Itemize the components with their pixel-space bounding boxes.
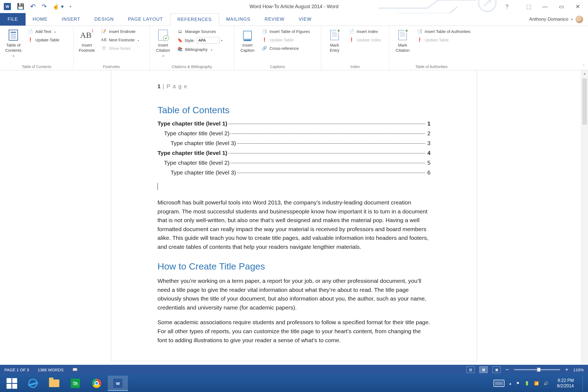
toc-entry: Type chapter title (level 1)1	[158, 120, 431, 127]
bibliography-button[interactable]: 📚Bibliography	[176, 46, 223, 53]
ribbon-display-icon[interactable]: ⬚	[522, 3, 535, 10]
avatar	[575, 16, 583, 23]
cross-reference-button[interactable]: 🔗Cross-reference	[260, 45, 311, 51]
group-label: Table of Authorities	[392, 64, 471, 70]
system-tray: ▴ ⚑ 🔋 📶 🔊 8:22 PM 8/2/2014	[494, 376, 587, 391]
zoom-level[interactable]: 110%	[573, 367, 584, 372]
undo-icon[interactable]: ↶	[30, 3, 36, 10]
collapse-ribbon-icon[interactable]: ˄	[583, 64, 585, 68]
insert-caption-label: Insert Caption	[240, 43, 255, 53]
zoom-slider[interactable]	[514, 369, 560, 370]
group-label: Captions	[237, 64, 318, 70]
tab-page-layout[interactable]: PAGE LAYOUT	[121, 13, 170, 26]
windows-logo-icon	[7, 378, 17, 389]
citation-style-field[interactable]: 🔖 Style: ▾	[176, 36, 223, 44]
minimize-icon[interactable]: —	[538, 4, 552, 10]
mark-citation-icon: +	[398, 30, 407, 40]
vertical-scrollbar[interactable]: ▲ ▼	[581, 70, 588, 378]
next-footnote-icon: AB	[101, 37, 107, 42]
word-count[interactable]: 1386 WORDS	[38, 367, 64, 372]
citation-icon	[158, 30, 168, 41]
taskbar-store[interactable]: 🛍	[65, 376, 85, 391]
tab-design[interactable]: DESIGN	[87, 13, 121, 26]
insert-caption-button[interactable]: Insert Caption	[237, 27, 258, 54]
idx-update-button: ❗Update Index	[347, 36, 382, 43]
zoom-in-icon[interactable]: +	[565, 367, 568, 373]
taskbar-clock[interactable]: 8:22 PM 8/2/2014	[553, 378, 578, 389]
print-layout-icon[interactable]: ▦	[479, 366, 488, 373]
tab-view[interactable]: VIEW	[292, 13, 318, 26]
toc-heading: Table of Contents	[158, 105, 431, 115]
mark-citation-button[interactable]: + Mark Citation	[392, 27, 413, 54]
window-controls: ? ⬚ — ▭ ✕	[500, 0, 588, 13]
tab-references[interactable]: REFERENCES	[170, 13, 219, 26]
style-select[interactable]	[197, 37, 219, 44]
tab-file[interactable]: FILE	[0, 13, 26, 26]
toc-update-button[interactable]: ❗Update Table	[26, 36, 60, 43]
add-text-button[interactable]: 📄Add Text	[26, 28, 60, 35]
taskbar-word[interactable]: W	[108, 376, 128, 391]
touch-mode-icon[interactable]: ☝ ▾	[53, 3, 64, 10]
group-citations: Insert Citation 🗂Manage Sources 🔖 Style:…	[150, 26, 234, 70]
mark-entry-label: Mark Entry	[330, 43, 339, 53]
tray-overflow-icon[interactable]: ▴	[509, 381, 511, 385]
word-app-icon[interactable]: W	[4, 3, 11, 10]
next-footnote-button[interactable]: ABNext Footnote	[100, 36, 140, 43]
toc-button-label: Table of Contents	[5, 43, 22, 53]
insert-index-button[interactable]: 📄Insert Index	[347, 28, 382, 35]
toc-entry: Type chapter title (level 3)6	[158, 169, 431, 176]
insert-endnote-button[interactable]: 📝Insert Endnote	[100, 28, 140, 35]
manage-sources-button[interactable]: 🗂Manage Sources	[176, 28, 223, 35]
show-desktop-button[interactable]	[583, 376, 585, 391]
taskbar: 🛍 W ▴ ⚑ 🔋 📶 🔊 8:22 PM 8/2/2014	[0, 375, 588, 392]
taskbar-chrome[interactable]	[87, 376, 107, 391]
show-notes-button: ☰Show Notes	[100, 45, 140, 51]
tab-home[interactable]: HOME	[26, 13, 55, 26]
insert-tof-button[interactable]: 📑Insert Table of Figures	[260, 28, 311, 35]
toc-button[interactable]: Table of Contents	[3, 27, 24, 59]
toa-update-button: ❗Update Table	[415, 36, 471, 43]
insert-toa-button[interactable]: 📑Insert Table of Authorities	[415, 28, 471, 35]
text-cursor	[158, 183, 158, 190]
account-name: Anthony Domanico	[529, 17, 568, 22]
tab-mailings[interactable]: MAILINGS	[219, 13, 258, 26]
update-icon: ❗	[416, 37, 422, 42]
ie-icon	[27, 378, 39, 389]
save-icon[interactable]: 💾	[17, 3, 24, 10]
spellcheck-icon[interactable]: 📖	[72, 367, 78, 372]
taskbar-explorer[interactable]	[44, 376, 64, 391]
show-notes-icon: ☰	[101, 45, 107, 51]
taskbar-ie[interactable]	[23, 376, 43, 391]
close-icon[interactable]: ✕	[571, 3, 584, 10]
mark-entry-button[interactable]: + Mark Entry	[324, 27, 345, 54]
group-footnotes: AB1 Insert Footnote 📝Insert Endnote ABNe…	[74, 26, 150, 70]
insert-citation-button[interactable]: Insert Citation	[152, 27, 174, 59]
tab-review[interactable]: REVIEW	[258, 13, 292, 26]
help-icon[interactable]: ?	[500, 4, 513, 10]
insert-toa-icon: 📑	[416, 29, 422, 34]
tray-volume-icon[interactable]: 🔊	[544, 381, 548, 385]
scroll-up-icon[interactable]: ▲	[581, 70, 588, 77]
toc-icon	[9, 30, 18, 41]
redo-icon[interactable]: ↷	[42, 3, 47, 10]
maximize-icon[interactable]: ▭	[555, 3, 568, 10]
page[interactable]: 1 | P a g e Table of Contents Type chapt…	[111, 70, 477, 361]
cross-ref-icon: 🔗	[261, 45, 267, 51]
qat-customize-icon[interactable]: ▾	[70, 5, 71, 8]
scroll-thumb[interactable]	[582, 78, 587, 125]
toc-entry: Type chapter title (level 1)4	[158, 150, 431, 156]
page-header: 1 | P a g e	[158, 83, 431, 90]
insert-footnote-label: Insert Footnote	[79, 43, 95, 53]
account-control[interactable]: Anthony Domanico▾	[529, 16, 583, 23]
tray-flag-icon[interactable]: ⚑	[516, 381, 520, 385]
tray-battery-icon[interactable]: 🔋	[525, 381, 529, 385]
insert-footnote-button[interactable]: AB1 Insert Footnote	[76, 27, 97, 54]
read-mode-icon[interactable]: ▤	[466, 366, 474, 373]
start-button[interactable]	[2, 376, 22, 391]
web-layout-icon[interactable]: ▣	[492, 366, 501, 373]
touch-keyboard-icon[interactable]	[494, 380, 504, 387]
tab-insert[interactable]: INSERT	[55, 13, 87, 26]
zoom-out-icon[interactable]: −	[506, 366, 509, 373]
tray-network-icon[interactable]: 📶	[534, 381, 539, 385]
page-indicator[interactable]: PAGE 1 OF 3	[4, 367, 29, 372]
